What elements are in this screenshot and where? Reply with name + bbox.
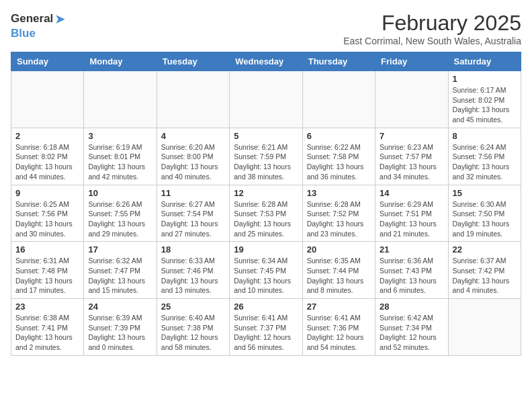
day-info: Sunrise: 6:28 AM Sunset: 7:52 PM Dayligh… bbox=[307, 199, 371, 239]
calendar-cell bbox=[84, 71, 157, 128]
calendar-cell: 11Sunrise: 6:27 AM Sunset: 7:54 PM Dayli… bbox=[157, 185, 229, 242]
calendar-week-2: 9Sunrise: 6:25 AM Sunset: 7:56 PM Daylig… bbox=[11, 185, 521, 242]
calendar-cell bbox=[157, 71, 229, 128]
day-info: Sunrise: 6:20 AM Sunset: 8:00 PM Dayligh… bbox=[161, 142, 225, 182]
day-number: 16 bbox=[15, 244, 79, 255]
calendar-cell: 21Sunrise: 6:36 AM Sunset: 7:43 PM Dayli… bbox=[375, 242, 448, 299]
weekday-header-wednesday: Wednesday bbox=[230, 52, 302, 71]
day-number: 18 bbox=[161, 244, 225, 255]
calendar-cell bbox=[375, 71, 448, 128]
logo-general-text: General bbox=[11, 12, 53, 26]
day-info: Sunrise: 6:37 AM Sunset: 7:42 PM Dayligh… bbox=[453, 256, 517, 295]
calendar-week-3: 16Sunrise: 6:31 AM Sunset: 7:48 PM Dayli… bbox=[11, 242, 521, 299]
day-info: Sunrise: 6:17 AM Sunset: 8:02 PM Dayligh… bbox=[453, 85, 517, 125]
day-number: 3 bbox=[88, 131, 152, 141]
calendar-week-0: 1Sunrise: 6:17 AM Sunset: 8:02 PM Daylig… bbox=[11, 71, 521, 128]
day-number: 15 bbox=[453, 188, 517, 198]
calendar-cell: 19Sunrise: 6:34 AM Sunset: 7:45 PM Dayli… bbox=[230, 242, 302, 299]
calendar-cell: 1Sunrise: 6:17 AM Sunset: 8:02 PM Daylig… bbox=[448, 71, 521, 128]
day-info: Sunrise: 6:40 AM Sunset: 7:38 PM Dayligh… bbox=[161, 313, 225, 353]
day-number: 9 bbox=[15, 188, 79, 198]
weekday-header-saturday: Saturday bbox=[448, 52, 521, 71]
calendar-cell: 17Sunrise: 6:32 AM Sunset: 7:47 PM Dayli… bbox=[84, 242, 157, 299]
day-info: Sunrise: 6:33 AM Sunset: 7:46 PM Dayligh… bbox=[161, 256, 225, 295]
day-number: 21 bbox=[380, 244, 443, 255]
day-number: 24 bbox=[88, 302, 152, 312]
calendar-cell: 16Sunrise: 6:31 AM Sunset: 7:48 PM Dayli… bbox=[11, 242, 84, 299]
calendar-cell: 24Sunrise: 6:39 AM Sunset: 7:39 PM Dayli… bbox=[84, 299, 157, 356]
day-number: 14 bbox=[380, 188, 443, 198]
calendar-week-1: 2Sunrise: 6:18 AM Sunset: 8:02 PM Daylig… bbox=[11, 128, 521, 185]
logo: General ➤ Blue bbox=[11, 11, 66, 40]
day-info: Sunrise: 6:21 AM Sunset: 7:59 PM Dayligh… bbox=[234, 142, 298, 182]
day-number: 10 bbox=[88, 188, 152, 198]
day-info: Sunrise: 6:26 AM Sunset: 7:55 PM Dayligh… bbox=[88, 199, 152, 239]
day-info: Sunrise: 6:32 AM Sunset: 7:47 PM Dayligh… bbox=[88, 256, 152, 295]
calendar-cell: 5Sunrise: 6:21 AM Sunset: 7:59 PM Daylig… bbox=[230, 128, 302, 185]
day-number: 8 bbox=[453, 131, 517, 141]
calendar-cell: 8Sunrise: 6:24 AM Sunset: 7:56 PM Daylig… bbox=[448, 128, 521, 185]
day-info: Sunrise: 6:39 AM Sunset: 7:39 PM Dayligh… bbox=[88, 313, 152, 353]
day-info: Sunrise: 6:36 AM Sunset: 7:43 PM Dayligh… bbox=[380, 256, 443, 295]
calendar-cell bbox=[448, 299, 521, 356]
day-number: 26 bbox=[234, 302, 298, 312]
day-number: 1 bbox=[453, 74, 517, 84]
weekday-header-sunday: Sunday bbox=[11, 52, 84, 71]
calendar-cell: 10Sunrise: 6:26 AM Sunset: 7:55 PM Dayli… bbox=[84, 185, 157, 242]
calendar-cell: 27Sunrise: 6:41 AM Sunset: 7:36 PM Dayli… bbox=[302, 299, 375, 356]
day-number: 7 bbox=[380, 131, 443, 141]
day-number: 25 bbox=[161, 302, 225, 312]
calendar-cell: 13Sunrise: 6:28 AM Sunset: 7:52 PM Dayli… bbox=[302, 185, 375, 242]
day-number: 17 bbox=[88, 244, 152, 255]
day-info: Sunrise: 6:41 AM Sunset: 7:37 PM Dayligh… bbox=[234, 313, 298, 353]
weekday-header-row: SundayMondayTuesdayWednesdayThursdayFrid… bbox=[11, 52, 521, 71]
calendar-table: SundayMondayTuesdayWednesdayThursdayFrid… bbox=[11, 52, 521, 356]
calendar-cell: 18Sunrise: 6:33 AM Sunset: 7:46 PM Dayli… bbox=[157, 242, 229, 299]
calendar-cell: 25Sunrise: 6:40 AM Sunset: 7:38 PM Dayli… bbox=[157, 299, 229, 356]
calendar-cell: 12Sunrise: 6:28 AM Sunset: 7:53 PM Dayli… bbox=[230, 185, 302, 242]
day-info: Sunrise: 6:24 AM Sunset: 7:56 PM Dayligh… bbox=[453, 142, 517, 182]
day-number: 28 bbox=[380, 302, 443, 312]
day-number: 6 bbox=[307, 131, 371, 141]
main-title: February 2025 bbox=[343, 11, 521, 36]
day-info: Sunrise: 6:29 AM Sunset: 7:51 PM Dayligh… bbox=[380, 199, 443, 239]
day-info: Sunrise: 6:25 AM Sunset: 7:56 PM Dayligh… bbox=[15, 199, 79, 239]
weekday-header-monday: Monday bbox=[84, 52, 157, 71]
subtitle: East Corrimal, New South Wales, Australi… bbox=[343, 36, 521, 46]
day-info: Sunrise: 6:41 AM Sunset: 7:36 PM Dayligh… bbox=[307, 313, 371, 353]
weekday-header-thursday: Thursday bbox=[302, 52, 375, 71]
day-info: Sunrise: 6:42 AM Sunset: 7:34 PM Dayligh… bbox=[380, 313, 443, 353]
day-info: Sunrise: 6:27 AM Sunset: 7:54 PM Dayligh… bbox=[161, 199, 225, 239]
weekday-header-tuesday: Tuesday bbox=[157, 52, 229, 71]
day-info: Sunrise: 6:31 AM Sunset: 7:48 PM Dayligh… bbox=[15, 256, 79, 295]
calendar-cell: 3Sunrise: 6:19 AM Sunset: 8:01 PM Daylig… bbox=[84, 128, 157, 185]
day-number: 11 bbox=[161, 188, 225, 198]
day-number: 23 bbox=[15, 302, 79, 312]
day-number: 19 bbox=[234, 244, 298, 255]
day-number: 20 bbox=[307, 244, 371, 255]
calendar-cell: 20Sunrise: 6:35 AM Sunset: 7:44 PM Dayli… bbox=[302, 242, 375, 299]
calendar-cell: 15Sunrise: 6:30 AM Sunset: 7:50 PM Dayli… bbox=[448, 185, 521, 242]
day-number: 2 bbox=[15, 131, 79, 141]
calendar-cell: 26Sunrise: 6:41 AM Sunset: 7:37 PM Dayli… bbox=[230, 299, 302, 356]
calendar-cell: 7Sunrise: 6:23 AM Sunset: 7:57 PM Daylig… bbox=[375, 128, 448, 185]
day-info: Sunrise: 6:35 AM Sunset: 7:44 PM Dayligh… bbox=[307, 256, 371, 295]
logo-bird-icon: ➤ bbox=[54, 11, 66, 27]
day-number: 5 bbox=[234, 131, 298, 141]
day-info: Sunrise: 6:22 AM Sunset: 7:58 PM Dayligh… bbox=[307, 142, 371, 182]
day-number: 27 bbox=[307, 302, 371, 312]
calendar-cell: 22Sunrise: 6:37 AM Sunset: 7:42 PM Dayli… bbox=[448, 242, 521, 299]
calendar-cell: 28Sunrise: 6:42 AM Sunset: 7:34 PM Dayli… bbox=[375, 299, 448, 356]
day-number: 13 bbox=[307, 188, 371, 198]
calendar-cell: 6Sunrise: 6:22 AM Sunset: 7:58 PM Daylig… bbox=[302, 128, 375, 185]
day-info: Sunrise: 6:28 AM Sunset: 7:53 PM Dayligh… bbox=[234, 199, 298, 239]
calendar-cell bbox=[11, 71, 84, 128]
calendar-week-4: 23Sunrise: 6:38 AM Sunset: 7:41 PM Dayli… bbox=[11, 299, 521, 356]
calendar-cell bbox=[302, 71, 375, 128]
day-number: 4 bbox=[161, 131, 225, 141]
calendar-cell: 2Sunrise: 6:18 AM Sunset: 8:02 PM Daylig… bbox=[11, 128, 84, 185]
calendar-cell bbox=[230, 71, 302, 128]
day-info: Sunrise: 6:38 AM Sunset: 7:41 PM Dayligh… bbox=[15, 313, 79, 353]
weekday-header-friday: Friday bbox=[375, 52, 448, 71]
day-number: 12 bbox=[234, 188, 298, 198]
